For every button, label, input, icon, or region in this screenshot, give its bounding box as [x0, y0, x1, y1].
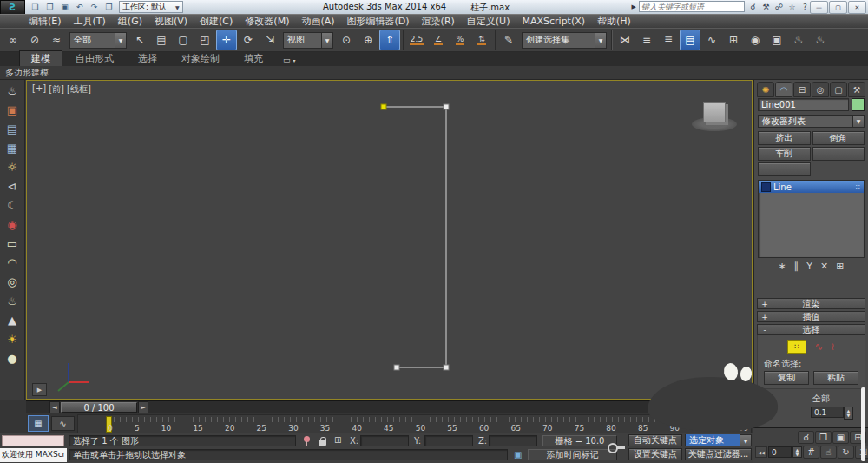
save-file-icon[interactable]: ▣: [58, 2, 71, 13]
keyboard-override-toggle-icon[interactable]: ⇑: [379, 30, 400, 50]
x-coordinate-field[interactable]: [360, 435, 409, 446]
remove-modifier-icon[interactable]: ✕: [820, 261, 828, 272]
ribbon-tab[interactable]: 填充: [233, 51, 274, 66]
sun-icon[interactable]: ☀: [3, 331, 21, 347]
display-tab-icon[interactable]: ▢: [830, 82, 847, 97]
close-button[interactable]: ✕: [848, 1, 866, 14]
material-editor-icon[interactable]: ▣: [3, 102, 21, 118]
percent-snap-icon[interactable]: %: [450, 30, 470, 50]
orbit-icon[interactable]: ↻: [838, 446, 854, 459]
menu-item[interactable]: 图形编辑器(D): [341, 15, 416, 28]
curve-editor-icon[interactable]: ∿: [701, 30, 722, 50]
isolate-selection-icon[interactable]: [303, 436, 312, 446]
rollout-header[interactable]: + 渲染: [757, 298, 865, 309]
schematic-view-icon[interactable]: ⊞: [723, 30, 744, 50]
new-file-icon[interactable]: ❏: [29, 2, 42, 13]
object-name-field[interactable]: Line001: [758, 98, 849, 111]
rendered-frame-window-icon[interactable]: ▣: [766, 30, 787, 50]
edit-named-selection-sets-icon[interactable]: ✎: [498, 30, 519, 50]
key-selection-set-dropdown[interactable]: 选定对象 ▼: [685, 434, 752, 446]
viewcube-cube[interactable]: [703, 102, 726, 122]
set-key-button[interactable]: 设置关键点: [628, 448, 682, 460]
modifier-set-button[interactable]: [812, 147, 865, 161]
rectangular-selection-region-icon[interactable]: ▢: [173, 30, 194, 50]
workspace-dropdown[interactable]: 工作区: 默认 ▼: [119, 1, 183, 13]
zoom-icon[interactable]: ☌: [798, 431, 814, 444]
modifier-list-dropdown[interactable]: 修改器列表 ▼: [758, 115, 865, 128]
menu-item[interactable]: 创建(C): [194, 15, 239, 28]
selection-filter-dropdown[interactable]: 全部 ▼: [69, 32, 127, 49]
all-radio-label[interactable]: 全部: [812, 393, 830, 405]
object-color-swatch[interactable]: [852, 98, 865, 111]
dome-icon[interactable]: ◠: [3, 255, 21, 271]
ribbon-minimize-button[interactable]: ▭ ▾: [283, 56, 296, 66]
menu-item[interactable]: 组(G): [112, 15, 148, 28]
select-by-name-icon[interactable]: ▤: [151, 30, 172, 50]
select-and-move-icon[interactable]: ✛: [216, 30, 237, 50]
copy-button[interactable]: 复制: [764, 371, 809, 385]
configure-modifier-sets-icon[interactable]: ⊞: [836, 261, 844, 272]
render-iterative-icon[interactable]: ♨: [810, 30, 831, 50]
ribbon-panel-label[interactable]: 多边形建模: [5, 67, 49, 79]
modifier-set-button[interactable]: [758, 162, 811, 176]
motion-tab-icon[interactable]: ◎: [812, 82, 829, 97]
modifier-stack[interactable]: Line ∷: [758, 180, 865, 258]
go-to-start-icon[interactable]: ◀◀: [755, 446, 767, 458]
modify-tab-icon[interactable]: ◠: [775, 82, 792, 97]
named-selection-sets-dropdown[interactable]: 创建选择集 ▼: [522, 32, 607, 49]
select-and-manipulate-icon[interactable]: ⊕: [358, 30, 378, 50]
time-slider-handle[interactable]: 0 / 100: [61, 402, 137, 413]
teapot-icon[interactable]: ♨: [3, 83, 21, 99]
subscription-icon[interactable]: ⚒: [760, 3, 772, 11]
maximize-button[interactable]: ▢: [829, 1, 847, 14]
toolbar-overflow-button[interactable]: ▶: [32, 383, 47, 396]
frame-spinner-icon[interactable]: ▲▼: [792, 446, 802, 458]
vertex-subobject-icon[interactable]: ∷: [787, 340, 806, 354]
select-and-scale-icon[interactable]: ⇲: [260, 30, 280, 50]
spreadsheet-icon[interactable]: ▦: [3, 140, 21, 156]
z-coordinate-field[interactable]: [489, 435, 537, 446]
ring-icon[interactable]: ◎: [3, 274, 21, 290]
menu-item[interactable]: 修改器(M): [239, 15, 295, 28]
spline-subobject-icon[interactable]: ≀: [831, 341, 835, 353]
spinner-snap-icon[interactable]: ⇅: [471, 30, 492, 50]
segment-subobject-icon[interactable]: ∿: [814, 341, 823, 353]
mirror-icon[interactable]: ⋈: [615, 30, 635, 50]
key-filters-button[interactable]: 关键点过滤器...: [685, 448, 752, 460]
track-bar[interactable]: ▦ ∿ 051015202530354045505560657075808590…: [26, 413, 753, 433]
adaptive-degradation-icon[interactable]: ▣: [514, 450, 522, 460]
sphere-icon[interactable]: ●: [3, 350, 21, 367]
selection-range-button[interactable]: ▦: [28, 415, 49, 432]
ribbon-tab[interactable]: 选择: [127, 51, 168, 66]
area-selection-field[interactable]: 0.1: [811, 407, 844, 418]
ribbon-tab[interactable]: 建模: [19, 50, 62, 66]
viewcube[interactable]: [688, 96, 740, 138]
timeline-ruler[interactable]: 0510152025303540455055606570758085909510…: [77, 414, 752, 433]
mini-curve-editor-button[interactable]: ∿: [51, 416, 75, 431]
plane-icon[interactable]: ▭: [3, 235, 21, 252]
render-setup-icon[interactable]: ◉: [745, 30, 766, 50]
favorites-icon[interactable]: ☆: [786, 3, 798, 11]
current-frame-field[interactable]: 0: [768, 446, 792, 458]
reference-coordinate-system-dropdown[interactable]: 视图 ▼: [283, 32, 333, 49]
utilities-tab-icon[interactable]: ⚒: [848, 82, 865, 97]
project-folder-icon[interactable]: ❐: [102, 2, 115, 13]
modifier-set-button[interactable]: 车削: [758, 147, 811, 161]
undo-icon[interactable]: ↶: [73, 2, 86, 13]
modifier-stack-item[interactable]: Line ∷: [759, 181, 864, 193]
maxscript-mini-listener-input[interactable]: [2, 435, 64, 446]
next-frame-icon[interactable]: ►: [138, 401, 148, 413]
unlink-selection-icon[interactable]: ⊘: [24, 30, 45, 50]
infocenter-collapse-icon[interactable]: ▶: [632, 3, 636, 10]
y-coordinate-field[interactable]: [424, 435, 473, 446]
pin-stack-icon[interactable]: ∗: [779, 261, 786, 272]
list-panel-icon[interactable]: ▤: [3, 121, 21, 137]
projector-icon[interactable]: ⊲: [3, 178, 21, 195]
select-and-link-icon[interactable]: ∞: [3, 30, 23, 50]
menu-item[interactable]: 渲染(R): [416, 15, 461, 28]
menu-item[interactable]: 自定义(U): [461, 15, 516, 28]
absolute-offset-mode-icon[interactable]: ⊞: [334, 435, 341, 445]
rollout-header[interactable]: - 选择: [757, 324, 865, 335]
window-crossing-icon[interactable]: ◰: [194, 30, 215, 50]
cone-icon[interactable]: ▲: [3, 312, 21, 328]
